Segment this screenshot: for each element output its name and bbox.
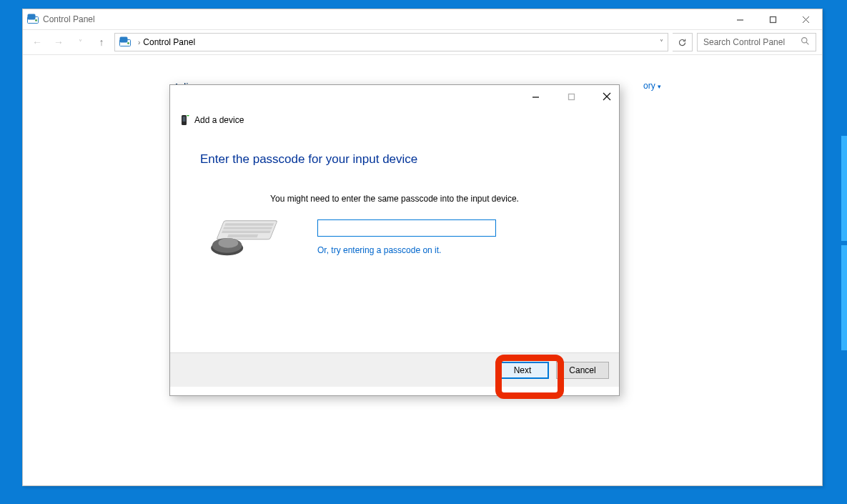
- control-panel-icon: [27, 14, 39, 25]
- keyboard-mouse-icon: [200, 219, 279, 257]
- nav-up-button[interactable]: ↑: [93, 34, 110, 51]
- svg-rect-8: [120, 37, 127, 42]
- svg-rect-24: [183, 117, 186, 122]
- passcode-input[interactable]: [317, 219, 496, 237]
- svg-point-32: [219, 238, 239, 248]
- try-passcode-link[interactable]: Or, try entering a passcode on it.: [317, 245, 589, 255]
- dialog-caption-text: Add a device: [194, 115, 244, 125]
- chevron-down-icon: ▾: [658, 83, 661, 90]
- address-toolbar: ← → ˅ ↑ › Control Panel ˅ Search Control…: [23, 29, 822, 55]
- svg-rect-4: [770, 16, 776, 22]
- nav-recent-button[interactable]: ˅: [71, 34, 89, 51]
- breadcrumb-separator-icon[interactable]: ›: [138, 39, 140, 46]
- svg-line-11: [806, 42, 808, 44]
- view-by-dropdown[interactable]: ory ▾: [643, 81, 661, 91]
- add-device-dialog: Add a device Enter the passcode for your…: [169, 84, 620, 396]
- search-placeholder: Search Control Panel: [703, 37, 785, 47]
- svg-rect-20: [568, 94, 574, 99]
- dialog-minimize-button[interactable]: [525, 88, 546, 105]
- window-title: Control Panel: [43, 14, 95, 24]
- breadcrumb-item[interactable]: Control Panel: [143, 37, 195, 47]
- svg-rect-28: [222, 231, 271, 233]
- dialog-body: Add a device Enter the passcode for your…: [170, 105, 619, 352]
- svg-rect-26: [224, 223, 274, 225]
- dialog-footer: Next Cancel: [170, 352, 619, 387]
- dialog-info-text: You might need to enter the same passcod…: [200, 194, 589, 204]
- nav-forward-button[interactable]: →: [50, 34, 67, 51]
- device-icon: [180, 114, 190, 127]
- nav-back-button[interactable]: ←: [29, 34, 46, 51]
- window-minimize-button[interactable]: [723, 9, 756, 29]
- dialog-maximize-button: [560, 88, 582, 105]
- dialog-heading: Enter the passcode for your input device: [200, 152, 589, 167]
- control-panel-icon: [119, 36, 131, 48]
- next-button[interactable]: Next: [496, 362, 549, 379]
- dialog-close-button[interactable]: [596, 88, 618, 105]
- window-maximize-button[interactable]: [756, 9, 789, 29]
- refresh-button[interactable]: [673, 33, 693, 51]
- search-icon: [801, 36, 810, 48]
- svg-rect-27: [223, 227, 272, 229]
- svg-point-10: [802, 38, 807, 43]
- address-box[interactable]: › Control Panel ˅: [114, 33, 668, 51]
- svg-rect-1: [28, 14, 35, 19]
- search-box[interactable]: Search Control Panel: [697, 33, 816, 51]
- window-titlebar[interactable]: Control Panel: [23, 9, 822, 29]
- address-history-icon[interactable]: ˅: [660, 39, 663, 46]
- view-by-label-partial: ory: [643, 81, 655, 91]
- dialog-titlebar[interactable]: [170, 85, 619, 105]
- svg-point-2: [35, 19, 37, 21]
- svg-point-9: [127, 42, 129, 44]
- desktop-accent-bars: [841, 136, 847, 350]
- svg-rect-29: [227, 234, 258, 237]
- cancel-button[interactable]: Cancel: [556, 362, 609, 379]
- window-close-button[interactable]: [789, 9, 822, 29]
- dialog-caption: Add a device: [180, 114, 589, 127]
